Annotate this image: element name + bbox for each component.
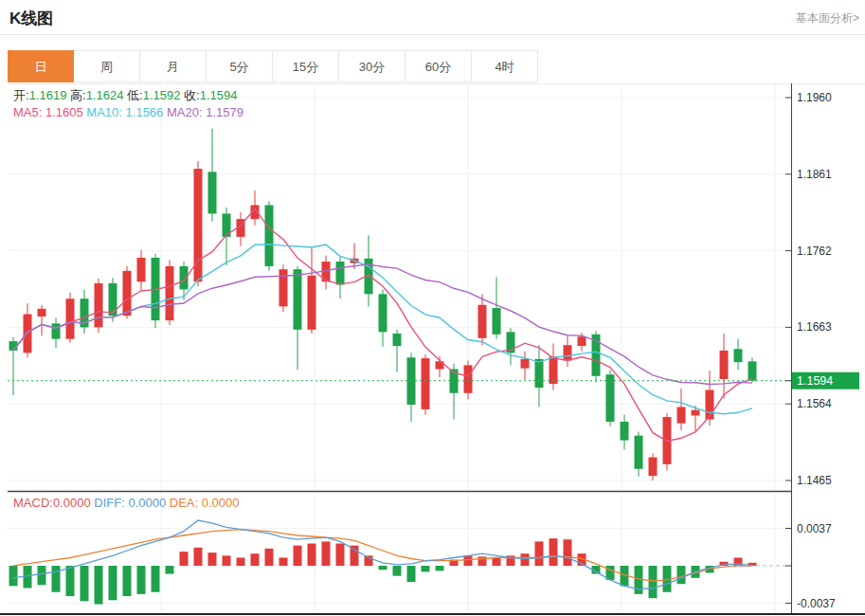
- macd-histogram: [9, 538, 757, 604]
- open-label: 开:: [13, 88, 29, 102]
- svg-text:1.1594: 1.1594: [797, 374, 833, 388]
- tab-month[interactable]: 月: [140, 50, 207, 82]
- price-axis: 1.19601.18611.17621.16631.15641.14650.00…: [785, 91, 836, 610]
- ma-legend: MA5: 1.1605 MA10: 1.1566 MA20: 1.1579: [13, 105, 243, 119]
- low-label: 低:: [127, 88, 143, 102]
- dea-value: 0.0000: [202, 496, 240, 510]
- svg-text:0.0037: 0.0037: [797, 522, 832, 535]
- grid-lines: [8, 84, 791, 612]
- svg-text:1.1960: 1.1960: [797, 91, 832, 104]
- ma10-label: MA10:: [86, 105, 122, 119]
- low-value: 1.1592: [143, 88, 181, 102]
- macd-value: 0.0000: [53, 496, 91, 510]
- tab-day[interactable]: 日: [8, 50, 74, 82]
- svg-text:-0.0037: -0.0037: [797, 597, 836, 610]
- svg-text:1.1465: 1.1465: [797, 474, 832, 487]
- tab-week[interactable]: 周: [74, 50, 140, 82]
- svg-text:1.1861: 1.1861: [797, 168, 832, 181]
- current-price-badge: 1.1594: [785, 372, 859, 390]
- chart-frame: [0, 83, 865, 614]
- tab-15min[interactable]: 15分: [273, 50, 339, 82]
- macd-label: MACD:: [13, 496, 53, 510]
- tab-30min[interactable]: 30分: [339, 50, 405, 82]
- macd-legend: MACD:0.0000 DIFF: 0.0000 DEA: 0.0000: [13, 496, 240, 510]
- fundamental-analysis-link[interactable]: 基本面分析>: [796, 10, 859, 27]
- ma5-value: 1.1605: [45, 105, 83, 119]
- tab-60min[interactable]: 60分: [405, 50, 472, 82]
- ma10-value: 1.1566: [126, 105, 164, 119]
- close-value: 1.1594: [200, 88, 238, 102]
- diff-value: 0.0000: [128, 496, 166, 510]
- high-value: 1.1624: [86, 88, 124, 102]
- header-bar: K线图 基本面分析>: [0, 0, 865, 35]
- current-price-marker: 1.1594: [8, 372, 859, 390]
- close-label: 收:: [184, 88, 200, 102]
- dea-label: DEA:: [170, 496, 198, 510]
- tab-5min[interactable]: 5分: [207, 50, 273, 82]
- ohlc-legend: 开:1.1619 高:1.1624 低:1.1592 收:1.1594: [13, 87, 237, 104]
- svg-text:1.1564: 1.1564: [797, 397, 832, 410]
- tab-4hour[interactable]: 4时: [472, 50, 538, 82]
- high-label: 高:: [70, 88, 86, 102]
- ma5-label: MA5:: [13, 105, 42, 119]
- svg-text:1.1762: 1.1762: [797, 245, 832, 258]
- page-title: K线图: [9, 8, 53, 29]
- period-tabs: 日 周 月 5分 15分 30分 60分 4时: [8, 50, 538, 82]
- diff-label: DIFF:: [94, 496, 125, 510]
- ma20-value: 1.1579: [206, 105, 243, 119]
- open-value: 1.1619: [29, 88, 67, 102]
- svg-text:1.1663: 1.1663: [797, 320, 832, 334]
- ma20-label: MA20:: [167, 105, 203, 119]
